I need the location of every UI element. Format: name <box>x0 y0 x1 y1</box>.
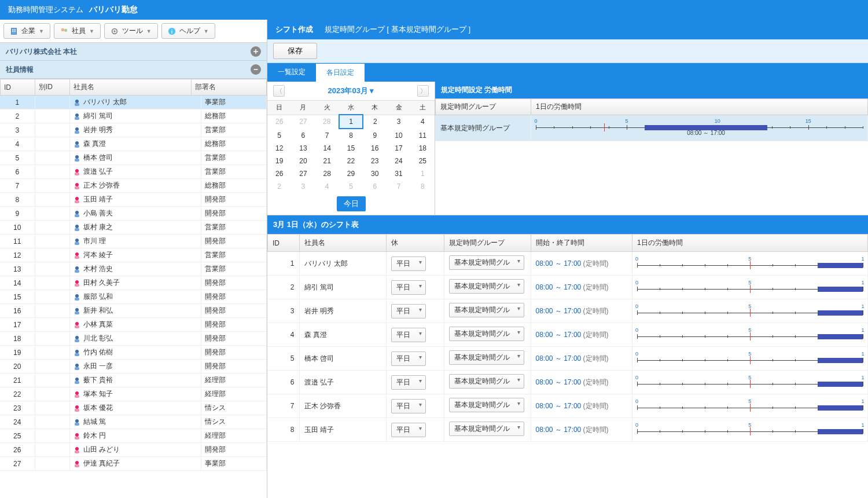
employee-row[interactable]: 17 小林 真菜 開発部 <box>0 318 267 332</box>
shift-time[interactable]: 08:00 ～ 17:00 (定時間) <box>531 394 632 418</box>
employee-scroll[interactable]: 1 バリバリ 太郎 事業部2 綿引 篤司 総務部3 岩井 明秀 営業部4 森 真… <box>0 96 267 498</box>
shift-time[interactable]: 08:00 ～ 17:00 (定時間) <box>531 323 632 347</box>
calendar-day[interactable]: 7 <box>387 180 410 193</box>
group-select[interactable]: 基本規定時間グル <box>449 303 524 317</box>
shift-time[interactable]: 08:00 ～ 17:00 (定時間) <box>531 252 632 276</box>
calendar-day[interactable]: 30 <box>363 167 387 180</box>
employee-row[interactable]: 27 伊達 真紀子 事業部 <box>0 457 267 471</box>
holiday-select[interactable]: 平日 <box>391 375 426 390</box>
employee-row[interactable]: 10 坂村 康之 営業部 <box>0 221 267 235</box>
calendar-day[interactable]: 3 <box>387 115 410 129</box>
calendar-day[interactable]: 8 <box>411 180 435 193</box>
employee-row[interactable]: 16 新井 和弘 開発部 <box>0 304 267 318</box>
employee-row[interactable]: 13 木村 浩史 営業部 <box>0 262 267 276</box>
calendar-day[interactable]: 7 <box>315 129 339 142</box>
calendar-day[interactable]: 1 <box>339 115 363 129</box>
shift-scroll[interactable]: 1 バリバリ 太郎 平日 基本規定時間グル 08:00 ～ 17:00 (定時間… <box>267 252 868 498</box>
employee-row[interactable]: 24 結城 篤 情シス <box>0 415 267 429</box>
group-select[interactable]: 基本規定時間グル <box>449 374 524 389</box>
tool-menu[interactable]: ツール▼ <box>104 23 158 39</box>
calendar-day[interactable]: 15 <box>339 142 363 155</box>
calendar-day[interactable]: 23 <box>363 155 387 167</box>
employee-row[interactable]: 12 河本 綾子 営業部 <box>0 248 267 262</box>
calendar-day[interactable]: 29 <box>339 167 363 180</box>
calendar-day[interactable]: 26 <box>267 167 291 180</box>
rule-hscroll[interactable] <box>435 206 868 215</box>
calendar-day[interactable]: 2 <box>267 180 291 193</box>
employee-row[interactable]: 4 森 真澄 総務部 <box>0 137 267 151</box>
group-select[interactable]: 基本規定時間グル <box>449 350 524 365</box>
holiday-select[interactable]: 平日 <box>391 257 426 271</box>
calendar-day[interactable]: 4 <box>411 115 435 129</box>
calendar-day[interactable]: 24 <box>387 155 410 167</box>
calendar-day[interactable]: 1 <box>411 167 435 180</box>
company-menu[interactable]: 企業▼ <box>3 23 50 39</box>
employee-row[interactable]: 3 岩井 明秀 営業部 <box>0 123 267 137</box>
col-dept[interactable]: 部署名 <box>192 79 267 96</box>
calendar-day[interactable]: 25 <box>411 155 435 167</box>
shift-time[interactable]: 08:00 ～ 17:00 (定時間) <box>531 276 632 299</box>
employee-row[interactable]: 5 橋本 啓司 営業部 <box>0 151 267 165</box>
calendar-day[interactable]: 8 <box>339 129 363 142</box>
calendar-day[interactable]: 6 <box>291 129 315 142</box>
calendar-day[interactable]: 27 <box>291 115 315 129</box>
save-button[interactable]: 保存 <box>273 43 317 59</box>
calendar-day[interactable]: 12 <box>267 142 291 155</box>
employee-row[interactable]: 6 渡邉 弘子 営業部 <box>0 165 267 179</box>
employee-row[interactable]: 19 竹内 佑樹 開発部 <box>0 346 267 360</box>
col-name[interactable]: 社員名 <box>70 79 192 96</box>
calendar-day[interactable]: 18 <box>411 142 435 155</box>
month-selector[interactable]: 2023年03月 ▾ <box>328 86 374 96</box>
col-id[interactable]: ID <box>1 79 35 96</box>
calendar-day[interactable]: 20 <box>291 155 315 167</box>
employee-row[interactable]: 11 市川 理 開発部 <box>0 235 267 248</box>
employee-row[interactable]: 14 田村 久美子 開発部 <box>0 276 267 290</box>
holiday-select[interactable]: 平日 <box>391 328 426 342</box>
col-alt-id[interactable]: 別ID <box>35 79 70 96</box>
shift-time[interactable]: 08:00 ～ 17:00 (定時間) <box>531 418 632 442</box>
employee-row[interactable]: 25 鈴木 円 経理部 <box>0 429 267 443</box>
holiday-select[interactable]: 平日 <box>391 280 426 295</box>
group-select[interactable]: 基本規定時間グル <box>449 255 524 270</box>
next-month-button[interactable]: 〉 <box>417 85 429 97</box>
help-menu[interactable]: i ヘルプ▼ <box>161 23 215 39</box>
rule-row[interactable]: 基本規定時間グループ 05101508:00 ～ 17:00 <box>436 115 868 141</box>
holiday-select[interactable]: 平日 <box>391 423 426 437</box>
shift-time[interactable]: 08:00 ～ 17:00 (定時間) <box>531 347 632 371</box>
today-button[interactable]: 今日 <box>337 196 366 211</box>
group-select[interactable]: 基本規定時間グル <box>449 279 524 294</box>
group-select[interactable]: 基本規定時間グル <box>449 327 524 341</box>
employee-row[interactable]: 15 服部 弘和 開発部 <box>0 290 267 304</box>
calendar-day[interactable]: 5 <box>339 180 363 193</box>
calendar-day[interactable]: 19 <box>267 155 291 167</box>
holiday-select[interactable]: 平日 <box>391 304 426 318</box>
employee-row[interactable]: 26 山田 みどり 開発部 <box>0 443 267 457</box>
calendar-day[interactable]: 4 <box>315 180 339 193</box>
holiday-select[interactable]: 平日 <box>391 351 426 366</box>
employee-row[interactable]: 2 綿引 篤司 総務部 <box>0 109 267 123</box>
employee-row[interactable]: 1 バリバリ 太郎 事業部 <box>0 96 267 109</box>
employee-row[interactable]: 22 塚本 知子 経理部 <box>0 387 267 401</box>
calendar-day[interactable]: 14 <box>315 142 339 155</box>
calendar-day[interactable]: 2 <box>363 115 387 129</box>
employee-row[interactable]: 21 薮下 貴裕 経理部 <box>0 374 267 387</box>
employee-row[interactable]: 7 正木 沙弥香 総務部 <box>0 179 267 193</box>
employee-row[interactable]: 20 永田 一彦 開発部 <box>0 360 267 374</box>
tab-list-settings[interactable]: 一覧設定 <box>267 63 316 82</box>
tab-daily-settings[interactable]: 各日設定 <box>316 63 365 82</box>
group-select[interactable]: 基本規定時間グル <box>449 398 524 412</box>
calendar-day[interactable]: 27 <box>291 167 315 180</box>
calendar-day[interactable]: 16 <box>363 142 387 155</box>
employee-row[interactable]: 18 川北 彰弘 開発部 <box>0 332 267 346</box>
shift-time[interactable]: 08:00 ～ 17:00 (定時間) <box>531 371 632 394</box>
calendar-day[interactable]: 28 <box>315 115 339 129</box>
group-select[interactable]: 基本規定時間グル <box>449 422 524 436</box>
calendar-day[interactable]: 31 <box>387 167 410 180</box>
employee-row[interactable]: 8 玉田 靖子 開発部 <box>0 193 267 207</box>
employee-row[interactable]: 9 小島 善夫 開発部 <box>0 207 267 221</box>
employee-row[interactable]: 23 坂本 優花 情シス <box>0 401 267 415</box>
calendar-day[interactable]: 17 <box>387 142 410 155</box>
calendar-day[interactable]: 3 <box>291 180 315 193</box>
calendar-day[interactable]: 28 <box>315 167 339 180</box>
expand-company-button[interactable]: ＋ <box>251 46 261 57</box>
